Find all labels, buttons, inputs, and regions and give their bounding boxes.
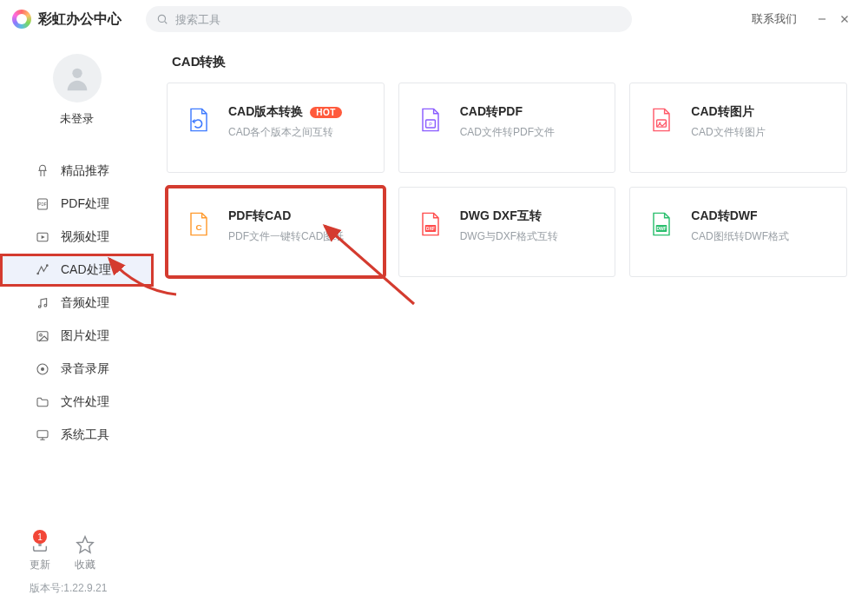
card-cad-to-dwf[interactable]: DWFCAD转DWFCAD图纸转DWF格式 (629, 187, 847, 277)
svg-line-1 (165, 22, 168, 24)
search-icon (156, 13, 168, 25)
svg-marker-20 (192, 119, 195, 123)
body: 未登录 精品推荐PDFPDF处理视频处理CAD处理音频处理图片处理录音录屏文件处… (0, 38, 868, 608)
card-title: CAD转DWF (691, 208, 789, 224)
favorite-button[interactable]: 收藏 (75, 535, 95, 572)
file-icon (35, 394, 50, 410)
card-subtitle: CAD文件转图片 (691, 125, 765, 140)
video-icon (35, 229, 50, 245)
svg-text:DXF: DXF (426, 227, 435, 231)
card-pdf-to-cad[interactable]: CPDF转CADPDF文件一键转CAD图纸 (167, 187, 385, 277)
svg-point-10 (37, 273, 39, 274)
sidebar-item-file[interactable]: 文件处理 (0, 386, 154, 419)
card-subtitle: CAD图纸转DWF格式 (691, 229, 789, 244)
card-subtitle: DWG与DXF格式互转 (460, 229, 558, 244)
sidebar-item-cad[interactable]: CAD处理 (0, 254, 154, 287)
sidebar-item-record[interactable]: 录音录屏 (0, 353, 154, 386)
svg-marker-19 (77, 537, 93, 552)
audio-icon (35, 295, 50, 311)
system-icon (35, 427, 50, 443)
update-badge: 1 (33, 530, 47, 544)
sidebar-item-audio[interactable]: 音频处理 (0, 287, 154, 320)
titlebar: 彩虹办公中心 联系我们 (0, 0, 868, 38)
nav: 精品推荐PDFPDF处理视频处理CAD处理音频处理图片处理录音录屏文件处理系统工… (0, 155, 154, 452)
dwg-dxf-icon: DXF (415, 208, 446, 240)
card-cad-version[interactable]: CAD版本转换HOTCAD各个版本之间互转 (167, 83, 385, 173)
app-title: 彩虹办公中心 (38, 10, 122, 29)
cad-icon (35, 262, 50, 278)
hot-badge: HOT (310, 107, 342, 118)
svg-point-11 (47, 265, 49, 267)
avatar-icon (53, 54, 102, 102)
version-label: 版本号:1.22.9.21 (0, 581, 154, 596)
svg-point-12 (38, 306, 41, 308)
login-status: 未登录 (60, 111, 94, 127)
sidebar-item-label: CAD处理 (61, 262, 111, 278)
svg-marker-9 (42, 235, 45, 239)
card-dwg-dxf[interactable]: DXFDWG DXF互转DWG与DXF格式互转 (398, 187, 616, 277)
cad-version-icon (183, 104, 214, 135)
svg-text:P: P (429, 122, 432, 127)
svg-point-17 (41, 367, 44, 371)
card-title: DWG DXF互转 (460, 208, 558, 224)
search-box[interactable] (146, 6, 632, 32)
contact-us-link[interactable]: 联系我们 (752, 11, 797, 27)
svg-text:PDF: PDF (38, 202, 46, 207)
svg-rect-18 (37, 431, 48, 438)
sidebar: 未登录 精品推荐PDFPDF处理视频处理CAD处理音频处理图片处理录音录屏文件处… (0, 38, 155, 608)
minimize-button[interactable] (811, 8, 833, 30)
section-title: CAD转换 (172, 54, 847, 70)
update-button[interactable]: 1 更新 (30, 535, 50, 572)
card-title: PDF转CAD (228, 208, 344, 224)
avatar-block[interactable]: 未登录 (0, 38, 154, 137)
card-title: CAD版本转换HOT (228, 104, 342, 120)
card-title: CAD转PDF (460, 104, 555, 120)
record-icon (35, 361, 50, 377)
sidebar-item-system[interactable]: 系统工具 (0, 419, 154, 452)
sidebar-item-label: 录音录屏 (61, 361, 109, 377)
card-subtitle: PDF文件一键转CAD图纸 (228, 229, 344, 244)
sidebar-item-recommend[interactable]: 精品推荐 (0, 155, 154, 188)
pdf-icon: PDF (35, 196, 50, 212)
card-cad-to-img[interactable]: CAD转图片CAD文件转图片 (629, 83, 847, 173)
card-subtitle: CAD文件转PDF文件 (460, 125, 555, 140)
sidebar-footer: 1 更新 收藏 版本号:1.22.9.21 (0, 535, 154, 608)
main: CAD转换 CAD版本转换HOTCAD各个版本之间互转PCAD转PDFCAD文件… (155, 38, 868, 608)
svg-point-5 (72, 69, 82, 78)
card-subtitle: CAD各个版本之间互转 (228, 125, 342, 140)
sidebar-item-image[interactable]: 图片处理 (0, 320, 154, 353)
close-button[interactable] (833, 8, 856, 30)
recommend-icon (35, 163, 50, 179)
sidebar-item-label: 图片处理 (61, 328, 109, 344)
pdf-to-cad-icon: C (183, 208, 214, 240)
sidebar-item-label: 精品推荐 (61, 163, 109, 179)
svg-text:C: C (195, 222, 201, 232)
sidebar-item-label: 系统工具 (61, 427, 109, 443)
cad-to-img-icon (646, 104, 677, 135)
favorite-label: 收藏 (75, 558, 95, 572)
update-label: 更新 (30, 558, 50, 572)
cad-to-dwf-icon: DWF (646, 208, 677, 240)
card-title: CAD转图片 (691, 104, 765, 120)
svg-rect-14 (37, 332, 48, 341)
card-grid: CAD版本转换HOTCAD各个版本之间互转PCAD转PDFCAD文件转PDF文件… (167, 83, 847, 277)
card-cad-to-pdf[interactable]: PCAD转PDFCAD文件转PDF文件 (398, 83, 616, 173)
image-icon (35, 328, 50, 344)
sidebar-item-video[interactable]: 视频处理 (0, 221, 154, 254)
app-logo-icon (12, 10, 31, 29)
app-window: 彩虹办公中心 联系我们 未登录 精品推荐PDFPDF处理视频处理CAD处理音频处… (0, 0, 868, 608)
star-icon (76, 535, 95, 554)
sidebar-item-label: 文件处理 (61, 394, 109, 410)
sidebar-item-label: PDF处理 (61, 196, 109, 212)
svg-text:DWF: DWF (657, 227, 667, 231)
svg-point-0 (158, 15, 165, 22)
sidebar-item-pdf[interactable]: PDFPDF处理 (0, 188, 154, 221)
svg-point-15 (40, 334, 43, 336)
search-input[interactable] (175, 13, 621, 26)
sidebar-item-label: 视频处理 (61, 229, 109, 245)
cad-to-pdf-icon: P (415, 104, 446, 135)
sidebar-item-label: 音频处理 (61, 295, 109, 311)
svg-point-13 (44, 304, 47, 307)
